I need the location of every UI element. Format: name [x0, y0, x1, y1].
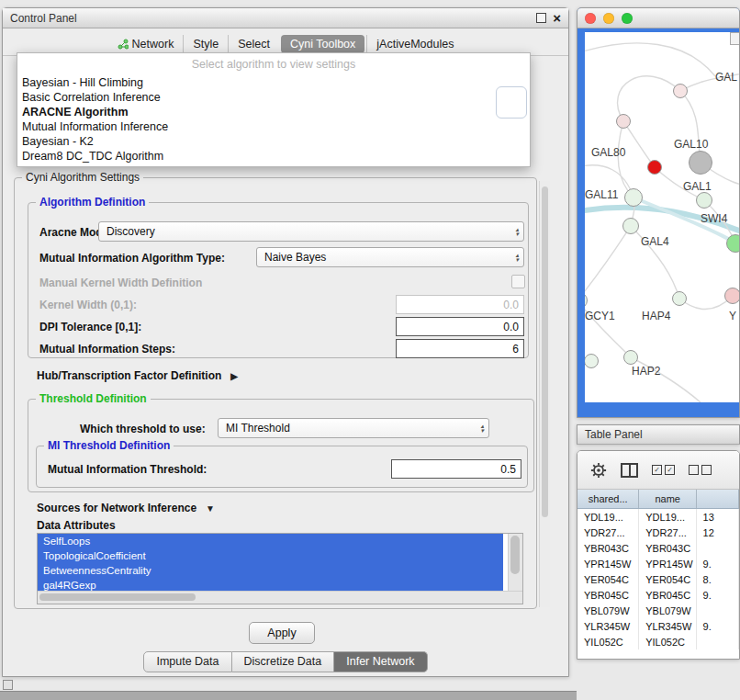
deselect-all-checks-icon[interactable]: [689, 465, 712, 475]
bottom-tab-discretize-data[interactable]: Discretize Data: [232, 651, 335, 672]
table-cell: [697, 540, 739, 556]
table-row[interactable]: YDR27...YDR27...12: [577, 525, 739, 540]
table-cell: YDL19...: [639, 509, 696, 525]
attribute-selfloops[interactable]: SelfLoops: [38, 534, 503, 548]
algorithm-option-mutual-information-inference[interactable]: Mutual Information Inference: [17, 119, 530, 134]
table-row[interactable]: YBR043CYBR043C: [577, 540, 739, 556]
dpi-tolerance-input[interactable]: 0.0: [396, 317, 524, 336]
table-header-row: shared...name: [577, 490, 739, 509]
manual-kernel-label: Manual Kernel Width Definition: [39, 277, 202, 289]
algorithm-combobox-placeholder[interactable]: Select algorithm to view settings: [17, 53, 530, 75]
tab-network[interactable]: Network: [108, 35, 184, 53]
table-row[interactable]: YBR045CYBR045C9.: [577, 587, 739, 603]
column-header-col3[interactable]: [697, 490, 739, 508]
data-attributes-label: Data Attributes: [37, 519, 116, 532]
close-icon[interactable]: ×: [553, 12, 561, 25]
table-cell: YDR27...: [577, 525, 639, 540]
mi-threshold-definition-group: MI Threshold Definition Mutual Informati…: [36, 446, 528, 488]
tab-select[interactable]: Select: [228, 35, 279, 53]
minimize-traffic-light-icon[interactable]: [603, 13, 614, 24]
combo-arrows-icon: ▴▾: [515, 253, 519, 262]
network-node[interactable]: [622, 218, 639, 234]
tab-style[interactable]: Style: [183, 35, 228, 53]
column-header-name[interactable]: name: [639, 490, 697, 508]
which-threshold-combobox[interactable]: MI Threshold ▴▾: [218, 418, 489, 438]
attribute-list-vertical-scrollbar[interactable]: [508, 534, 522, 592]
mi-steps-label: Mutual Information Steps:: [39, 343, 175, 356]
table-cell: 9.: [697, 587, 739, 603]
network-node-label: GAL80: [591, 146, 625, 159]
network-node[interactable]: [672, 291, 687, 306]
settings-vertical-scrollbar[interactable]: [539, 181, 550, 607]
network-node[interactable]: [647, 160, 662, 175]
algorithm-option-bayesian-hill-climbing[interactable]: Bayesian - Hill Climbing: [17, 75, 530, 90]
network-node[interactable]: [673, 84, 688, 98]
threshold-definition-title: Threshold Definition: [36, 392, 151, 405]
tab-cyni-toolbox[interactable]: Cyni Toolbox: [281, 35, 364, 53]
sources-expander[interactable]: Sources for Network Inference ▼: [37, 502, 215, 514]
table-row[interactable]: YLR345WYLR345W9.: [577, 618, 739, 634]
gear-icon[interactable]: [590, 462, 607, 479]
table-cell: YIL052C: [639, 634, 696, 649]
which-threshold-label: Which threshold to use:: [80, 423, 206, 435]
attribute-rows: SelfLoopsTopologicalCoefficientBetweenne…: [38, 534, 522, 593]
attribute-list-horizontal-scrollbar[interactable]: [38, 591, 522, 604]
mi-threshold-group-title: MI Threshold Definition: [44, 439, 174, 452]
network-node[interactable]: [689, 151, 712, 175]
expand-right-icon[interactable]: ▶: [230, 371, 238, 381]
table-row[interactable]: YDL19...YDL19...13: [577, 509, 739, 525]
table-cell: 9.: [697, 556, 739, 571]
dpi-tolerance-label: DPI Tolerance [0,1]:: [39, 321, 141, 333]
table-row[interactable]: YBL079WYBL079W: [577, 603, 739, 618]
data-attributes-list: SelfLoopsTopologicalCoefficientBetweenne…: [37, 533, 523, 604]
hub-definition-expander[interactable]: Hub/Transcription Factor Definition ▶: [37, 369, 238, 382]
mi-type-combobox[interactable]: Naive Bayes ▴▾: [256, 247, 524, 267]
network-node[interactable]: [624, 188, 643, 207]
table-cell: YER054C: [577, 571, 639, 587]
network-canvas[interactable]: GAL80GAL10GAL11GAL1SWI4GAL4GCY1HAP4HAP2G…: [585, 32, 740, 402]
zoom-traffic-light-icon[interactable]: [622, 13, 633, 24]
network-node[interactable]: [616, 114, 631, 129]
collapse-down-icon[interactable]: ▼: [206, 503, 215, 514]
table-panel-window: ✓ ✓ shared...name YDL19...YDL19...13YDR2…: [577, 450, 740, 660]
select-all-checks-icon[interactable]: ✓ ✓: [652, 465, 675, 475]
tab-jactivemodules[interactable]: jActiveModules: [366, 35, 463, 53]
table-cell: [697, 634, 739, 649]
close-traffic-light-icon[interactable]: [585, 13, 596, 24]
table-row[interactable]: YIL052CYIL052C: [577, 634, 739, 649]
hub-definition-label: Hub/Transcription Factor Definition: [37, 369, 221, 382]
algorithm-dropdown-popup: Select algorithm to view settings Bayesi…: [17, 52, 531, 167]
mi-steps-input[interactable]: 6: [396, 339, 524, 358]
algorithm-option-basic-correlation-inference[interactable]: Basic Correlation Inference: [17, 90, 530, 105]
attribute-topologicalcoefficient[interactable]: TopologicalCoefficient: [38, 548, 503, 563]
table-row[interactable]: YPR145WYPR145W9.: [577, 556, 739, 571]
apply-button[interactable]: Apply: [249, 622, 315, 644]
tab-label: Cyni Toolbox: [290, 38, 355, 51]
column-header-shared[interactable]: shared...: [577, 490, 639, 508]
bottom-tab-infer-network[interactable]: Infer Network: [334, 651, 427, 672]
network-scrollbar-button[interactable]: [730, 32, 740, 45]
bottom-tab-impute-data[interactable]: Impute Data: [143, 651, 231, 672]
show-columns-icon[interactable]: [621, 463, 638, 478]
attribute-betweennesscentrality[interactable]: BetweennessCentrality: [38, 563, 503, 578]
float-window-icon[interactable]: [536, 13, 546, 23]
sources-label: Sources for Network Inference: [37, 502, 196, 514]
network-node[interactable]: [623, 350, 638, 365]
table-cell: YBR043C: [577, 540, 639, 556]
algorithm-settings-button[interactable]: [496, 86, 527, 119]
algorithm-option-bayesian-k2[interactable]: Bayesian - K2: [17, 134, 530, 149]
collapsed-panel-icon[interactable]: [3, 680, 13, 690]
network-node-label: GAL10: [674, 138, 708, 151]
aracne-mode-value: Discovery: [107, 225, 155, 238]
network-node[interactable]: [726, 234, 740, 253]
mi-threshold-input[interactable]: 0.5: [391, 459, 521, 479]
network-node[interactable]: [724, 288, 740, 304]
aracne-mode-combobox[interactable]: Discovery ▴▾: [98, 221, 524, 242]
network-node[interactable]: [696, 192, 712, 209]
tab-label: jActiveModules: [376, 38, 454, 51]
table-panel-titlebar: Table Panel: [577, 424, 740, 445]
algorithm-option-aracne-algorithm[interactable]: ARACNE Algorithm: [17, 105, 530, 119]
kernel-width-label: Kernel Width (0,1):: [39, 299, 137, 311]
table-row[interactable]: YER054CYER054C8.: [577, 571, 739, 587]
algorithm-option-dream8-dc-tdc-algorithm[interactable]: Dream8 DC_TDC Algorithm: [17, 149, 530, 164]
